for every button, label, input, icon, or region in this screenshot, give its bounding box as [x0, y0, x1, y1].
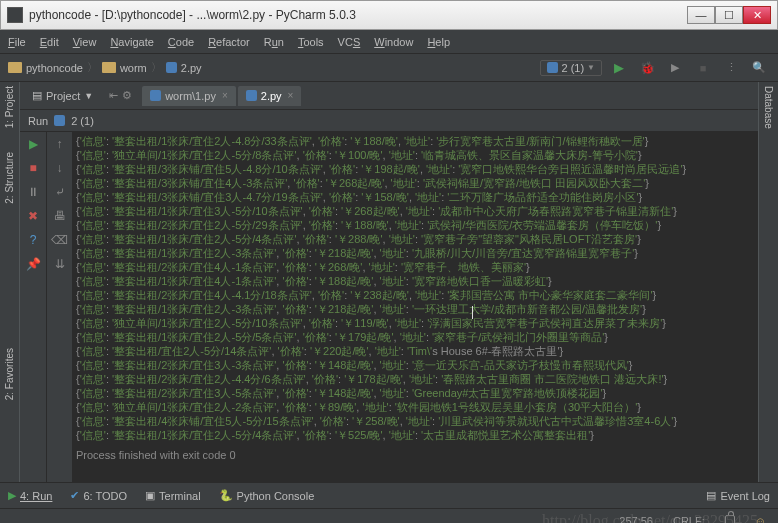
project-view-icon: ▤	[32, 89, 42, 102]
console-exit-line: Process finished with exit code 0	[76, 448, 754, 462]
console-line: {'信息': '独立单间/1张床/宜住2人-5分/10条点评', '价格': '…	[76, 316, 754, 330]
editor-tab[interactable]: worm\1.py ×	[142, 86, 236, 106]
run-button[interactable]: ▶	[608, 58, 630, 78]
editor-tab-row: ▤ Project ▼ ⇤ ⚙ worm\1.py × 2.py ×	[20, 82, 758, 110]
menu-file[interactable]: File	[8, 36, 26, 48]
run-config-name: 2 (1)	[71, 115, 94, 127]
python-file-icon	[246, 90, 257, 101]
menu-edit[interactable]: Edit	[40, 36, 59, 48]
close-tab-icon[interactable]: ×	[222, 90, 228, 101]
close-tab-icon[interactable]: ×	[288, 90, 294, 101]
menu-bar: File Edit View Navigate Code Refactor Ru…	[0, 30, 778, 54]
console-line: {'信息': '整套出租/3张床铺/宜住5人-4.8分/10条点评', '价格'…	[76, 162, 754, 176]
chevron-right-icon: 〉	[151, 60, 162, 75]
console-line: {'信息': '整套出租/1张床/宜住2人-3条点评', '价格': '￥218…	[76, 246, 754, 260]
console-line: {'信息': '整套出租/4张床铺/宜住5人-5分/15条点评', '价格': …	[76, 414, 754, 428]
folder-icon	[8, 62, 22, 73]
menu-navigate[interactable]: Navigate	[110, 36, 153, 48]
pin-button[interactable]: 📌	[25, 256, 41, 272]
menu-tools[interactable]: Tools	[298, 36, 324, 48]
app-icon	[7, 7, 23, 23]
breadcrumb-project[interactable]: pythoncode	[26, 62, 83, 74]
menu-refactor[interactable]: Refactor	[208, 36, 250, 48]
console-line: {'信息': '整套出租/1张床/宜住2人-5分/4条点评', '价格': '￥…	[76, 232, 754, 246]
editor-tabs: worm\1.py × 2.py ×	[142, 86, 301, 106]
python-file-icon	[54, 115, 65, 126]
run-left-toolbar-2: ↑ ↓ ⤶ 🖶 ⌫ ⇊	[46, 132, 72, 482]
debug-button[interactable]: 🐞	[636, 58, 658, 78]
tool-project[interactable]: 1: Project	[4, 86, 15, 128]
console-line: {'信息': '整套出租/2张床/宜住2人-5分/29条点评', '价格': '…	[76, 218, 754, 232]
editor-tab[interactable]: 2.py ×	[238, 86, 302, 106]
menu-view[interactable]: View	[73, 36, 97, 48]
stop-button[interactable]: ■	[692, 58, 714, 78]
up-button[interactable]: ↑	[52, 136, 68, 152]
lock-icon[interactable]	[725, 515, 735, 524]
chevron-down-icon: ▼	[587, 63, 595, 72]
bottom-terminal[interactable]: ▣Terminal	[145, 489, 201, 502]
gear-icon[interactable]: ⚙	[122, 89, 132, 102]
wrap-button[interactable]: ⤶	[52, 184, 68, 200]
menu-code[interactable]: Code	[168, 36, 194, 48]
run-tool-header: Run 2 (1)	[20, 110, 758, 132]
chevron-right-icon: 〉	[87, 60, 98, 75]
menu-window[interactable]: Window	[374, 36, 413, 48]
down-button[interactable]: ↓	[52, 160, 68, 176]
console-line: {'信息': '整套出租/3张床铺/宜住3人-4.7分/19条点评', '价格'…	[76, 190, 754, 204]
window-buttons: — ☐ ✕	[687, 6, 771, 24]
tool-structure[interactable]: 2: Structure	[4, 152, 15, 204]
bottom-python-console[interactable]: 🐍Python Console	[219, 489, 315, 502]
run-left-toolbar: ▶ ■ ⏸ ✖ ? 📌	[20, 132, 46, 482]
clear-button[interactable]: ⌫	[52, 232, 68, 248]
tool-favorites[interactable]: 2: Favorites	[4, 348, 15, 400]
menu-vcs[interactable]: VCS	[338, 36, 361, 48]
collapse-icon[interactable]: ⇤	[109, 89, 118, 102]
nav-bar: pythoncode 〉 worm 〉 2.py 2 (1) ▼ ▶ 🐞 ▶ ■…	[0, 54, 778, 82]
console-line: {'信息': '整套出租/1张床/宜住3人-5分/10条点评', '价格': '…	[76, 204, 754, 218]
console-line: {'信息': '独立单间/1张床/宜住2人-2条点评', '价格': '￥89/…	[76, 400, 754, 414]
search-everywhere[interactable]: 🔍	[748, 58, 770, 78]
console-line: {'信息': '整套出租/2张床/宜住4人-1条点评', '价格': '￥268…	[76, 260, 754, 274]
toolbar-extra[interactable]: ⋮	[720, 58, 742, 78]
print-button[interactable]: 🖶	[52, 208, 68, 224]
bottom-todo[interactable]: ✔6: TODO	[70, 489, 127, 502]
maximize-button[interactable]: ☐	[715, 6, 743, 24]
main-panel: ▤ Project ▼ ⇤ ⚙ worm\1.py × 2.py ×	[20, 82, 758, 482]
menu-help[interactable]: Help	[427, 36, 450, 48]
close-button[interactable]: ✕	[743, 6, 771, 24]
chevron-down-icon: ▼	[84, 91, 93, 101]
help-button[interactable]: ?	[25, 232, 41, 248]
console-line: {'信息': '整套出租/1张床/宜住2人-3条点评', '价格': '￥218…	[76, 302, 754, 316]
status-bar: 257:56 CRLF: ☺ http://blog.csdn.net/qq_3…	[0, 508, 778, 523]
rerun-button[interactable]: ▶	[25, 136, 41, 152]
console-line: {'信息': '整套出租/1张床/宜住2人-5分/4条点评', '价格': '￥…	[76, 428, 754, 442]
scroll-button[interactable]: ⇊	[52, 256, 68, 272]
console-line: {'信息': '独立单间/1张床/宜住2人-5分/8条点评', '价格': '￥…	[76, 148, 754, 162]
python-file-icon	[547, 62, 558, 73]
breadcrumb-folder[interactable]: worm	[120, 62, 147, 74]
coverage-button[interactable]: ▶	[664, 58, 686, 78]
project-label: Project	[46, 90, 80, 102]
content-area: 1: Project 2: Structure 2: Favorites ▤ P…	[0, 82, 778, 482]
close-button[interactable]: ✖	[25, 208, 41, 224]
stop-button[interactable]: ■	[25, 160, 41, 176]
right-gutter: Database	[758, 82, 778, 482]
toolbar-right: 2 (1) ▼ ▶ 🐞 ▶ ■ ⋮ 🔍	[540, 58, 770, 78]
breadcrumb-file[interactable]: 2.py	[181, 62, 202, 74]
menu-run[interactable]: Run	[264, 36, 284, 48]
tool-database[interactable]: Database	[763, 86, 774, 129]
run-tool-window: ▶ ■ ⏸ ✖ ? 📌 ↑ ↓ ⤶ 🖶 ⌫ ⇊ {'信息': '整套出租/1张床…	[20, 132, 758, 482]
text-caret	[472, 306, 473, 319]
pause-button[interactable]: ⏸	[25, 184, 41, 200]
hector-icon[interactable]: ☺	[755, 515, 766, 524]
console-output[interactable]: {'信息': '整套出租/1张床/宜住2人-4.8分/33条点评', '价格':…	[72, 132, 758, 482]
event-log[interactable]: ▤Event Log	[706, 489, 770, 502]
run-header-label: Run	[28, 115, 48, 127]
tab-label: worm\1.py	[165, 90, 216, 102]
project-dropdown[interactable]: ▤ Project ▼	[24, 86, 101, 105]
run-config-label: 2 (1)	[561, 62, 584, 74]
breadcrumb: pythoncode 〉 worm 〉 2.py	[8, 60, 540, 75]
run-config-selector[interactable]: 2 (1) ▼	[540, 60, 602, 76]
minimize-button[interactable]: —	[687, 6, 715, 24]
bottom-run[interactable]: ▶4: Run	[8, 489, 52, 502]
